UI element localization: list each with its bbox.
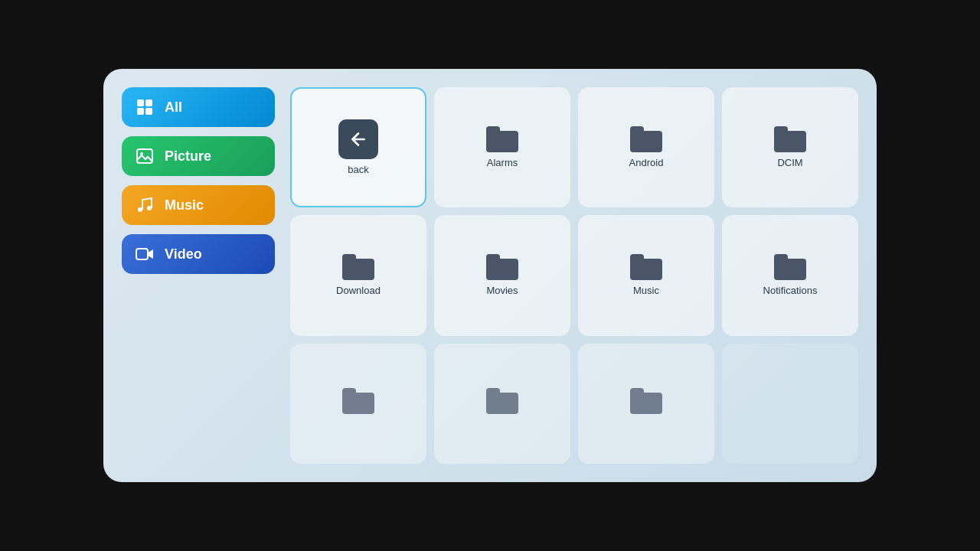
folder-icon-partial-1 [342, 388, 374, 414]
sidebar: All Picture Music [122, 87, 275, 464]
file-item-partial-3[interactable] [578, 344, 714, 464]
file-label-music: Music [633, 285, 659, 296]
folder-icon-alarms [486, 126, 518, 152]
file-grid: back Alarms Android DCIM Download Movies [290, 87, 858, 464]
svg-point-7 [147, 206, 152, 210]
file-item-partial-4 [722, 344, 858, 464]
folder-icon-android [630, 126, 662, 152]
svg-rect-4 [137, 149, 152, 163]
svg-rect-1 [145, 99, 152, 106]
sidebar-btn-picture[interactable]: Picture [122, 136, 275, 176]
sidebar-btn-video[interactable]: Video [122, 234, 275, 274]
file-label-dcim: DCIM [777, 157, 802, 168]
file-label-back: back [348, 164, 368, 175]
file-item-notifications[interactable]: Notifications [722, 215, 858, 335]
file-item-dcim[interactable]: DCIM [722, 87, 858, 207]
file-item-android[interactable]: Android [578, 87, 714, 207]
all-icon [136, 98, 154, 116]
folder-icon-partial-3 [630, 388, 662, 414]
sidebar-btn-music[interactable]: Music [122, 185, 275, 225]
svg-rect-2 [137, 108, 144, 115]
music-icon [136, 196, 154, 214]
sidebar-btn-all-label: All [165, 99, 182, 116]
file-item-music[interactable]: Music [578, 215, 714, 335]
folder-icon-movies [486, 254, 518, 280]
back-arrow-icon [338, 119, 378, 159]
file-label-movies: Movies [486, 285, 518, 296]
svg-point-6 [138, 207, 142, 212]
sidebar-btn-all[interactable]: All [122, 87, 275, 127]
folder-icon-music [630, 254, 662, 280]
video-icon [136, 245, 154, 263]
file-label-alarms: Alarms [487, 157, 518, 168]
file-label-notifications: Notifications [763, 285, 818, 296]
folder-icon-partial-2 [486, 388, 518, 414]
svg-rect-3 [145, 108, 152, 115]
file-item-back[interactable]: back [290, 87, 426, 207]
sidebar-btn-picture-label: Picture [165, 148, 211, 165]
sidebar-btn-music-label: Music [165, 197, 204, 214]
folder-icon-dcim [774, 126, 806, 152]
folder-icon-download [342, 254, 374, 280]
file-item-partial-2[interactable] [434, 344, 570, 464]
file-item-download[interactable]: Download [290, 215, 426, 335]
svg-rect-8 [136, 249, 148, 259]
svg-rect-0 [137, 99, 144, 106]
file-item-partial-1[interactable] [290, 344, 426, 464]
file-item-movies[interactable]: Movies [434, 215, 570, 335]
file-item-alarms[interactable]: Alarms [434, 87, 570, 207]
sidebar-btn-video-label: Video [165, 246, 202, 262]
folder-icon-notifications [774, 254, 806, 280]
file-label-download: Download [336, 285, 381, 296]
main-container: All Picture Music [103, 69, 877, 482]
file-label-android: Android [629, 157, 664, 168]
picture-icon [136, 147, 154, 165]
